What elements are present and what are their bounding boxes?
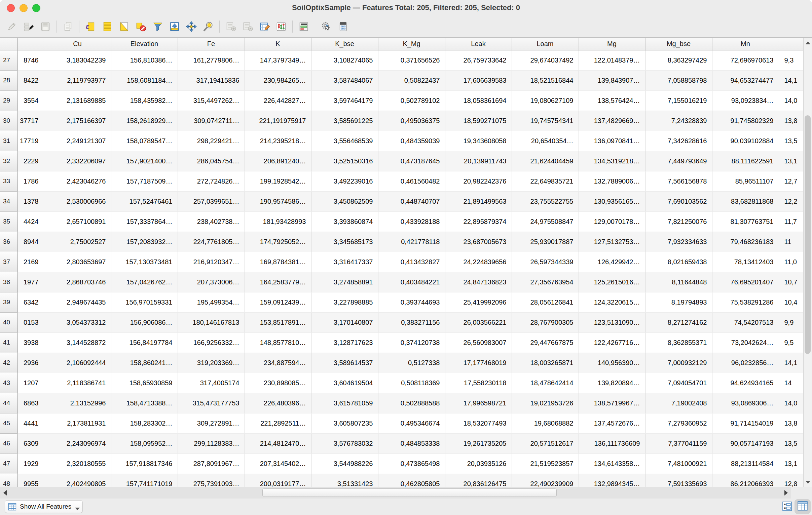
cell[interactable]: 286,045754…	[178, 151, 244, 171]
cell[interactable]: 2169	[18, 252, 44, 272]
cell[interactable]: 137,4572676…	[579, 413, 645, 433]
cell[interactable]: 0,484853338	[378, 433, 445, 453]
cell[interactable]: 139,843907…	[579, 70, 645, 90]
cell[interactable]: 17719	[18, 131, 44, 151]
cell[interactable]: 129,0070178…	[579, 211, 645, 232]
cell[interactable]: 22,895879374	[445, 211, 512, 232]
cell[interactable]: 207,373006…	[178, 272, 244, 292]
cell[interactable]: 17,558230118	[445, 373, 512, 393]
cell[interactable]: 0,462805805	[378, 474, 445, 487]
cell[interactable]: 0153	[18, 312, 44, 332]
cell[interactable]: 14,1	[779, 70, 803, 90]
cell[interactable]: 78,13412403	[712, 252, 779, 272]
cell[interactable]: 7,058858798	[645, 70, 712, 90]
cell[interactable]: 3,183042239	[44, 50, 111, 70]
cell[interactable]: 319,203369…	[178, 353, 244, 373]
cell[interactable]: 24,975508847	[512, 211, 579, 232]
cell[interactable]: 164,2583779…	[244, 272, 311, 292]
cell[interactable]: 23,755522755	[512, 191, 579, 211]
cell[interactable]: 18,478642414	[512, 373, 579, 393]
cell[interactable]: 10,7	[779, 272, 803, 292]
scroll-down-button[interactable]	[804, 477, 812, 487]
cell[interactable]: 3,492239016	[311, 171, 378, 191]
row-number[interactable]: 31	[0, 131, 18, 151]
cell[interactable]: 3,544988226	[311, 453, 378, 474]
cell[interactable]: 156,810386…	[111, 50, 178, 70]
cell[interactable]: 126,429942…	[579, 252, 645, 272]
cell[interactable]: 0,403484221	[378, 272, 445, 292]
cell[interactable]: 158,283302…	[111, 413, 178, 433]
cell[interactable]: 29,447667875	[512, 332, 579, 353]
cell[interactable]: 19,343608058	[445, 131, 512, 151]
cell[interactable]: 275,7391093…	[178, 474, 244, 487]
cell[interactable]: 3,525150316	[311, 151, 378, 171]
cell[interactable]: 125,2615016…	[579, 272, 645, 292]
cell[interactable]: 3,054373312	[44, 312, 111, 332]
cell[interactable]: 272,724826…	[178, 171, 244, 191]
cell[interactable]: 9,9	[779, 312, 803, 332]
cell[interactable]: 315,4497262…	[178, 90, 244, 111]
cell[interactable]: 85,96511107	[712, 171, 779, 191]
row-number[interactable]: 33	[0, 171, 18, 191]
row-number[interactable]: 35	[0, 211, 18, 232]
cell[interactable]: 73,2042624…	[712, 332, 779, 353]
cell[interactable]: 166,9256332…	[178, 332, 244, 353]
cell[interactable]: 28,767900305	[512, 312, 579, 332]
cell[interactable]: 7,591335693	[645, 474, 712, 487]
cell[interactable]: 3,450862509	[311, 191, 378, 211]
cell[interactable]: 20,982242376	[445, 171, 512, 191]
cell[interactable]: 0,374120738	[378, 332, 445, 353]
cell[interactable]: 3554	[18, 90, 44, 111]
table-settings-button[interactable]	[335, 19, 351, 34]
cell[interactable]: 157,2083932…	[111, 232, 178, 252]
cell[interactable]: 138,576424…	[579, 90, 645, 111]
cell[interactable]: 1378	[18, 191, 44, 211]
cell[interactable]: 86,212066393	[712, 474, 779, 487]
cell[interactable]: 0,371656526	[378, 50, 445, 70]
cell[interactable]: 147,3797349…	[244, 50, 311, 70]
cell[interactable]: 25,419992096	[445, 292, 512, 312]
cell[interactable]: 134,5319218…	[579, 151, 645, 171]
column-header-fe[interactable]: Fe	[178, 38, 244, 50]
cell[interactable]: 2936	[18, 353, 44, 373]
cell[interactable]: 157,918817346	[111, 453, 178, 474]
cell[interactable]: 158,65930859	[111, 373, 178, 393]
cell[interactable]: 20,139911743	[445, 151, 512, 171]
cell[interactable]: 75,538291286	[712, 292, 779, 312]
cell[interactable]: 7,690103562	[645, 191, 712, 211]
cell[interactable]: 8746	[18, 50, 44, 70]
cell[interactable]: 7,342628616	[645, 131, 712, 151]
cell[interactable]: 2,803653697	[44, 252, 111, 272]
cell[interactable]: 257,0399651…	[178, 191, 244, 211]
cell[interactable]: 19,080627109	[512, 90, 579, 111]
cell[interactable]: 11	[779, 232, 803, 252]
scroll-right-button[interactable]	[781, 487, 791, 498]
cell[interactable]: 21,624404459	[512, 151, 579, 171]
cell[interactable]: 156,906086…	[111, 312, 178, 332]
cell[interactable]: 157,7187509…	[111, 171, 178, 191]
cell[interactable]: 2,320180555	[44, 453, 111, 474]
cell[interactable]: 2,131689885	[44, 90, 111, 111]
cell[interactable]: 3,128717623	[311, 332, 378, 353]
cell[interactable]: 7,821250076	[645, 211, 712, 232]
row-number[interactable]: 41	[0, 332, 18, 353]
cell[interactable]: 1786	[18, 171, 44, 191]
cell[interactable]: 81,307763751	[712, 211, 779, 232]
cell[interactable]: 22,490239909	[512, 474, 579, 487]
row-number[interactable]: 34	[0, 191, 18, 211]
cell[interactable]: 7,449793649	[645, 151, 712, 171]
cell[interactable]: 0,495036375	[378, 111, 445, 131]
cell[interactable]: 8,19794893	[645, 292, 712, 312]
cell[interactable]: 140,956390…	[579, 353, 645, 373]
cell[interactable]: 7,094054701	[645, 373, 712, 393]
cell[interactable]: 309,272891…	[178, 413, 244, 433]
cell[interactable]: 29,674037492	[512, 50, 579, 70]
dock-table-button[interactable]	[295, 19, 312, 34]
cell[interactable]: 0,473187645	[378, 151, 445, 171]
actions-button[interactable]	[318, 19, 335, 34]
cell[interactable]: 159,0912439…	[244, 292, 311, 312]
cell[interactable]: 20,571512617	[512, 433, 579, 453]
delete-field-button[interactable]	[239, 19, 256, 34]
cell[interactable]: 2,868703746	[44, 272, 111, 292]
cell[interactable]: 19,68068882	[512, 413, 579, 433]
